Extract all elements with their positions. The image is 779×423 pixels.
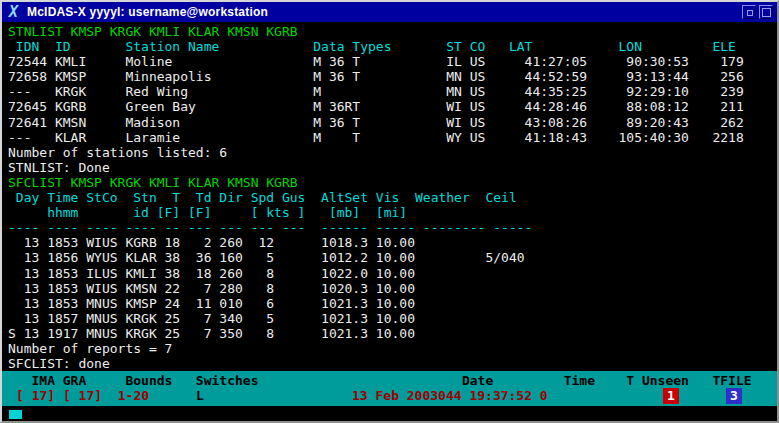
title-bar[interactable]: X McIDAS-X yyyyl: username@workstation <box>2 2 777 22</box>
sfclist-done-line: SFCLIST: done <box>8 356 777 371</box>
tfile-badge: 3 <box>726 388 742 404</box>
reports-count-line: Number of reports = 7 <box>8 341 777 356</box>
report-table-divider: ---- ---- ---- ---- -- --- --- --- --- -… <box>8 220 777 235</box>
switches-value: L <box>196 388 204 404</box>
maximize-icon <box>762 8 771 17</box>
station-row: --- KLAR Laramie M T WY US 41:18:43 105:… <box>8 130 777 145</box>
status-header-row: IMA GRA Bounds Switches Date Time T Unse… <box>2 371 777 388</box>
text-cursor <box>9 410 22 419</box>
station-row: 72641 KMSN Madison M 36 T WI US 43:08:26… <box>8 115 777 130</box>
station-row: 72544 KMLI Moline M 36 T IL US 41:27:05 … <box>8 54 777 69</box>
report-table-header: Day Time StCo Stn T Td Dir Spd Gus AltSe… <box>8 190 777 205</box>
status-bar: IMA GRA Bounds Switches Date Time T Unse… <box>2 371 777 406</box>
report-table-subheader: hhmm id [F] [F] [ kts ] [mb] [mi] <box>8 205 777 220</box>
frame-numbers-value: [ 17] [ 17] 1-20 <box>16 388 149 404</box>
station-row: 72645 KGRB Green Bay M 36RT WI US 44:28:… <box>8 99 777 114</box>
datetime-value: 13 Feb 2003044 19:37:52 0 <box>352 388 548 404</box>
terminal-text-area[interactable]: STNLIST KMSP KRGK KMLI KLAR KMSN KGRB ID… <box>2 22 777 371</box>
stnlist-command: STNLIST KMSP KRGK KMLI KLAR KMSN KGRB <box>8 24 777 39</box>
report-row: S 13 1917 MNUS KRGK 25 7 350 8 1021.3 10… <box>8 326 777 341</box>
maximize-button[interactable] <box>759 5 773 19</box>
station-table-header: IDN ID Station Name Data Types ST CO LAT… <box>8 39 777 54</box>
report-row: 13 1853 ILUS KMLI 38 18 260 8 1022.0 10.… <box>8 266 777 281</box>
report-row: 13 1853 MNUS KMSP 24 11 010 6 1021.3 10.… <box>8 296 777 311</box>
report-row: 13 1853 WIUS KMSN 22 7 280 8 1020.3 10.0… <box>8 281 777 296</box>
report-row: 13 1856 WYUS KLAR 38 36 160 5 1012.2 10.… <box>8 250 777 265</box>
station-row: --- KRGK Red Wing M MN US 44:35:25 92:29… <box>8 84 777 99</box>
stations-count-line: Number of stations listed: 6 <box>8 145 777 160</box>
sfclist-command: SFCLIST KMSP KRGK KMLI KLAR KMSN KGRB <box>8 175 777 190</box>
command-input-strip[interactable] <box>2 406 777 421</box>
station-row: 72658 KMSP Minneapolis M 36 T MN US 44:5… <box>8 69 777 84</box>
unseen-badge: 1 <box>663 388 679 404</box>
window-buttons <box>742 5 773 19</box>
x-logo-icon: X <box>9 2 18 22</box>
mcidas-window: X McIDAS-X yyyyl: username@workstation S… <box>0 0 779 423</box>
iconify-icon <box>747 10 753 16</box>
report-row: 13 1853 WIUS KGRB 18 2 260 12 1018.3 10.… <box>8 235 777 250</box>
report-row: 13 1857 MNUS KRGK 25 7 340 5 1021.3 10.0… <box>8 311 777 326</box>
status-value-row: [ 17] [ 17] 1-20 L 13 Feb 2003044 19:37:… <box>2 388 777 404</box>
window-title: McIDAS-X yyyyl: username@workstation <box>27 5 268 19</box>
iconify-button[interactable] <box>742 5 756 19</box>
stnlist-done-line: STNLIST: Done <box>8 160 777 175</box>
